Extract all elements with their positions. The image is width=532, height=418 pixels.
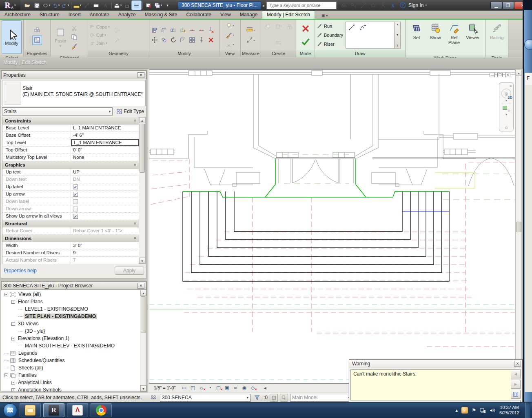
tray-expand-icon[interactable]: ▴ <box>455 407 458 413</box>
property-row[interactable]: Up label✓ <box>2 183 139 191</box>
section-icon[interactable] <box>122 1 132 10</box>
create-group-icon[interactable] <box>263 23 272 31</box>
modify-button[interactable]: Modify <box>2 20 22 54</box>
ref-plane-button[interactable]: Ref Plane <box>445 20 463 54</box>
tab-manage[interactable]: Manage <box>235 11 262 19</box>
sign-in-dropdown-icon[interactable]: ▾ <box>425 4 427 7</box>
navbar-bottom-icon[interactable]: ⊖ <box>505 126 508 130</box>
copy-to-clipboard-icon[interactable] <box>70 33 79 42</box>
floor-plan-view[interactable] <box>149 69 515 384</box>
crop-region-icon[interactable]: ▣ <box>224 385 231 391</box>
title-expand-arrow[interactable]: ▸ <box>263 3 265 8</box>
browser-item-elevations-elevation-1[interactable]: −Elevations (Elevation 1) <box>1 335 146 342</box>
taskbar-app-acrobat[interactable]: Λ <box>67 403 88 417</box>
property-row[interactable]: Rebar CoverRebar Cover 1 <0' - 1"> <box>2 227 139 235</box>
shadows-icon[interactable]: ◔ <box>206 385 214 391</box>
checkbox-unchecked[interactable]: ✓ <box>73 199 78 204</box>
cut-to-clipboard-icon[interactable] <box>70 24 79 33</box>
measure-ruler-icon[interactable]: ▾ <box>246 26 255 34</box>
set-button[interactable]: Set <box>407 20 426 54</box>
open-icon[interactable] <box>23 1 32 10</box>
tree-expander-icon[interactable]: + <box>11 388 15 392</box>
checkbox-checked[interactable]: ✓ <box>73 192 78 197</box>
project-browser-header[interactable]: 300 SENECA SITE_ylu - Project Browser ✕ <box>1 281 146 290</box>
key-icon[interactable] <box>349 1 359 10</box>
paste-button[interactable]: Paste▾ <box>52 20 69 54</box>
move-icon[interactable] <box>150 36 159 44</box>
browser-item-level1-existing-demo[interactable]: LEVEL1 - EXISTING&DEMO <box>1 305 146 313</box>
checkbox-unchecked[interactable]: ✓ <box>73 207 78 211</box>
browser-item-families[interactable]: −Families <box>1 371 146 379</box>
tab-massing-site[interactable]: Massing & Site <box>140 11 182 19</box>
show-button[interactable]: Show <box>426 20 445 54</box>
type-selector[interactable]: Stair (E) MAIN EXT. STONE STAIR @ SOUTH … <box>2 80 146 106</box>
property-row[interactable]: Multistory Top LevelNone <box>2 154 139 161</box>
checkbox-checked[interactable]: ✓ <box>73 214 78 219</box>
mirror-draw-icon[interactable] <box>178 26 187 34</box>
properties-palette-icon[interactable] <box>33 36 42 44</box>
communication-icon[interactable] <box>359 1 368 10</box>
tree-expander-icon[interactable]: + <box>11 381 15 385</box>
underlay-icon[interactable]: ▾ <box>226 40 235 49</box>
edit-type-button[interactable]: Edit Type <box>114 107 146 116</box>
minimize-button[interactable]: ▁ <box>490 2 502 9</box>
exchange-icon[interactable]: X <box>388 1 398 10</box>
thin-lines-icon[interactable] <box>132 1 141 10</box>
create-assembly-icon[interactable] <box>285 23 294 31</box>
tab-view[interactable]: View <box>216 11 235 19</box>
split-gap-icon[interactable] <box>197 26 206 34</box>
offset-icon[interactable] <box>160 26 168 34</box>
design-option-dropdown[interactable]: Main Model▾ <box>290 394 352 402</box>
user-icon[interactable] <box>378 1 388 10</box>
draw-boundary-button[interactable]: Boundary <box>317 31 343 39</box>
properties-scrollbar[interactable]: ▲ ▼ <box>139 117 145 264</box>
browser-item-views-all[interactable]: −Views (all) <box>1 291 146 298</box>
tree-expander-icon[interactable]: − <box>11 337 15 340</box>
lightbulb-icon[interactable]: ▾ <box>226 21 235 30</box>
switch-windows-icon[interactable]: ▾ <box>153 1 163 10</box>
zoom-dropdown-icon[interactable]: ▼ <box>505 113 508 116</box>
warning-titlebar[interactable]: Warning ✕ <box>349 360 522 368</box>
view-minimize-icon[interactable]: — <box>490 73 495 77</box>
finish-edit-mode-button[interactable] <box>299 36 313 48</box>
section-dimensions[interactable]: Dimensions» <box>2 235 139 242</box>
property-row[interactable]: Up arrow✓ <box>2 191 139 198</box>
search-input[interactable] <box>266 2 337 9</box>
property-row[interactable]: Up textUP <box>2 169 139 176</box>
create-similar-icon[interactable] <box>274 23 283 31</box>
linework-brush-icon[interactable]: ▾ <box>226 31 235 39</box>
warning-close-icon[interactable]: ✕ <box>514 361 521 367</box>
tab-analyze[interactable]: Analyze <box>114 11 140 19</box>
zoom-region-button[interactable]: ⌕ <box>503 106 510 112</box>
navbar-close-icon[interactable]: ⊗ <box>509 84 512 88</box>
visual-style-icon[interactable]: ◳ <box>189 385 197 391</box>
warning-next-button[interactable]: ► <box>511 380 521 389</box>
steering-wheel-dropdown-icon[interactable]: ▼ <box>505 99 508 102</box>
taskbar-app-chrome[interactable] <box>91 403 112 417</box>
ribbon-display-toggle[interactable]: ▣ ▾ <box>319 13 330 19</box>
project-browser-close-icon[interactable]: ✕ <box>137 283 144 289</box>
warning-expand-button[interactable] <box>511 390 521 399</box>
type-properties-icon[interactable] <box>33 26 42 34</box>
properties-close-icon[interactable]: ✕ <box>137 72 144 78</box>
tree-expander-icon[interactable]: − <box>4 293 8 296</box>
active-workset-dropdown[interactable]: 300 SENECA▾ <box>160 394 250 402</box>
tab-modify-edit-sketch[interactable]: Modify | Edit Sketch <box>262 11 315 19</box>
tab-architecture[interactable]: Architecture <box>0 11 35 19</box>
gallery-scroll[interactable]: ▲▼⊻ <box>395 22 401 49</box>
search-icon[interactable] <box>339 1 349 10</box>
measure-icon[interactable] <box>82 1 91 10</box>
browser-item-sheets-all[interactable]: Sheets (all) <box>1 364 146 371</box>
tab-collaborate[interactable]: Collaborate <box>182 11 216 19</box>
match-type-icon[interactable] <box>70 42 79 51</box>
tree-expander-icon[interactable]: − <box>11 322 15 326</box>
view-restore-icon[interactable]: ❐ <box>497 73 503 77</box>
sync-icon[interactable]: ▾ <box>42 1 51 10</box>
canvas-vertical-scrollbar[interactable]: ▲ ▼ <box>515 69 522 384</box>
browser-item-site-plan-existing-demo[interactable]: SITE PLAN - EXISTING&DEMO <box>1 313 146 320</box>
property-row[interactable]: Down arrow✓ <box>2 205 139 213</box>
help-icon[interactable]: ? <box>398 1 408 10</box>
restore-button[interactable]: ❐ <box>502 2 514 9</box>
browser-item-3d-ylu[interactable]: {3D - ylu} <box>1 327 146 335</box>
detail-level-icon[interactable]: ▭ <box>181 385 188 391</box>
